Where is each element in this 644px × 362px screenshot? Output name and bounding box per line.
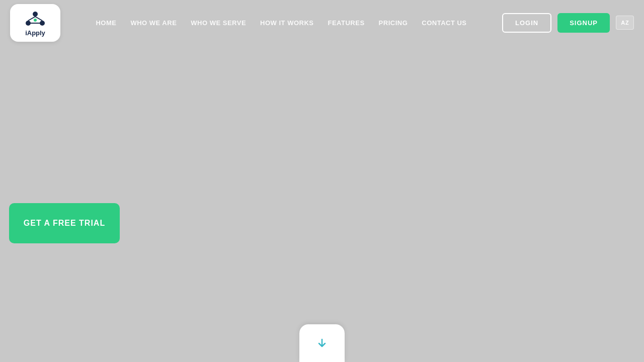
lang-z: Z xyxy=(625,20,629,26)
nav-item-how-it-works[interactable]: HOW IT WORKS xyxy=(260,19,313,27)
nav-item-contact-us[interactable]: CONTACT US xyxy=(422,19,466,27)
login-button[interactable]: LOGIN xyxy=(502,13,551,33)
logo-icon xyxy=(24,9,46,28)
signup-button[interactable]: SIGNUP xyxy=(557,13,610,33)
language-switcher[interactable]: A Z xyxy=(616,16,634,30)
nav-item-who-we-serve[interactable]: WHO WE SERVE xyxy=(191,19,246,27)
nav-item-who-we-are[interactable]: WHO WE ARE xyxy=(130,19,177,27)
scroll-down-card[interactable] xyxy=(299,324,345,362)
header-actions: LOGIN SIGNUP A Z xyxy=(502,13,634,33)
svg-point-6 xyxy=(34,19,37,22)
nav-item-pricing[interactable]: PRICING xyxy=(379,19,408,27)
logo[interactable]: iApply xyxy=(10,4,60,42)
header: iApply HOMEWHO WE AREWHO WE SERVEHOW IT … xyxy=(0,0,644,45)
svg-point-0 xyxy=(33,12,38,17)
scroll-down-icon xyxy=(316,337,328,349)
main-nav: HOMEWHO WE AREWHO WE SERVEHOW IT WORKSFE… xyxy=(60,19,502,27)
hero-section: GET A FREE TRIAL xyxy=(0,0,644,362)
lang-a: A xyxy=(621,20,625,26)
nav-item-home[interactable]: HOME xyxy=(96,19,116,27)
logo-text: iApply xyxy=(25,29,45,37)
get-free-trial-button[interactable]: GET A FREE TRIAL xyxy=(9,203,120,243)
nav-item-features[interactable]: FEATURES xyxy=(328,19,365,27)
